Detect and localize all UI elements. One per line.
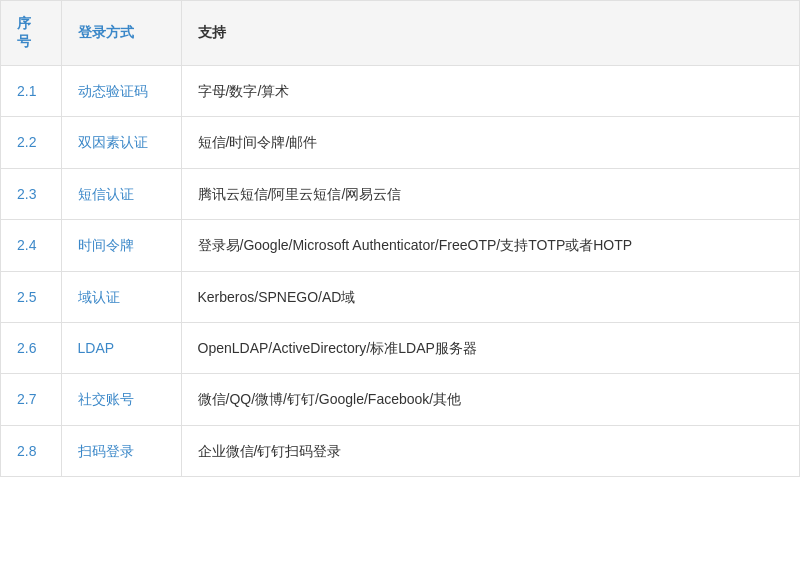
table-row: 2.6LDAPOpenLDAP/ActiveDirectory/标准LDAP服务…	[1, 322, 799, 373]
cell-support: OpenLDAP/ActiveDirectory/标准LDAP服务器	[181, 322, 799, 373]
cell-method: 域认证	[61, 271, 181, 322]
cell-num: 2.8	[1, 425, 61, 476]
cell-support: 短信/时间令牌/邮件	[181, 117, 799, 168]
table-row: 2.3短信认证腾讯云短信/阿里云短信/网易云信	[1, 168, 799, 219]
cell-support: 腾讯云短信/阿里云短信/网易云信	[181, 168, 799, 219]
cell-support: 登录易/Google/Microsoft Authenticator/FreeO…	[181, 220, 799, 271]
table-row: 2.7社交账号微信/QQ/微博/钉钉/Google/Facebook/其他	[1, 374, 799, 425]
cell-num: 2.4	[1, 220, 61, 271]
cell-method: 社交账号	[61, 374, 181, 425]
header-support: 支持	[181, 1, 799, 66]
cell-num: 2.1	[1, 66, 61, 117]
table-row: 2.8扫码登录企业微信/钉钉扫码登录	[1, 425, 799, 476]
table-row: 2.4时间令牌登录易/Google/Microsoft Authenticato…	[1, 220, 799, 271]
cell-num: 2.7	[1, 374, 61, 425]
cell-num: 2.6	[1, 322, 61, 373]
cell-num: 2.3	[1, 168, 61, 219]
cell-method: 时间令牌	[61, 220, 181, 271]
cell-method: 短信认证	[61, 168, 181, 219]
cell-num: 2.5	[1, 271, 61, 322]
cell-support: 企业微信/钉钉扫码登录	[181, 425, 799, 476]
cell-method: 动态验证码	[61, 66, 181, 117]
cell-num: 2.2	[1, 117, 61, 168]
table-row: 2.1动态验证码字母/数字/算术	[1, 66, 799, 117]
cell-support: 微信/QQ/微博/钉钉/Google/Facebook/其他	[181, 374, 799, 425]
table-header-row: 序号 登录方式 支持	[1, 1, 799, 66]
login-methods-table: 序号 登录方式 支持 2.1动态验证码字母/数字/算术2.2双因素认证短信/时间…	[1, 1, 799, 476]
table-row: 2.2双因素认证短信/时间令牌/邮件	[1, 117, 799, 168]
header-num: 序号	[1, 1, 61, 66]
header-method: 登录方式	[61, 1, 181, 66]
cell-method: 扫码登录	[61, 425, 181, 476]
cell-support: 字母/数字/算术	[181, 66, 799, 117]
table-row: 2.5域认证Kerberos/SPNEGO/AD域	[1, 271, 799, 322]
cell-support: Kerberos/SPNEGO/AD域	[181, 271, 799, 322]
main-table-wrapper: 序号 登录方式 支持 2.1动态验证码字母/数字/算术2.2双因素认证短信/时间…	[0, 0, 800, 477]
cell-method: 双因素认证	[61, 117, 181, 168]
cell-method: LDAP	[61, 322, 181, 373]
